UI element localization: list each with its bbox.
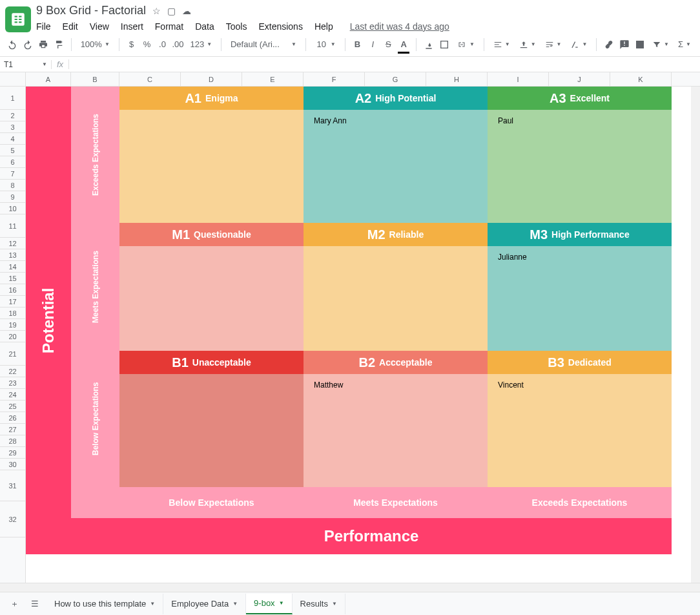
row-header[interactable]: 3 bbox=[0, 121, 25, 133]
currency-icon[interactable]: $ bbox=[126, 37, 138, 52]
box-body-b2[interactable]: Matthew bbox=[304, 374, 488, 487]
paint-format-icon[interactable] bbox=[53, 37, 65, 52]
box-body-a3[interactable]: Paul bbox=[488, 110, 672, 223]
row-header[interactable]: 9 bbox=[0, 191, 25, 203]
row-header[interactable]: 30 bbox=[0, 459, 25, 470]
wrap-icon[interactable]: ▼ bbox=[542, 40, 564, 49]
print-icon[interactable] bbox=[37, 37, 49, 52]
last-edit-link[interactable]: Last edit was 4 days ago bbox=[350, 21, 449, 32]
column-header[interactable]: D bbox=[181, 72, 242, 86]
menu-insert[interactable]: Insert bbox=[121, 21, 143, 32]
column-header[interactable]: K bbox=[610, 72, 672, 86]
row-header[interactable]: 15 bbox=[0, 273, 25, 284]
column-header[interactable]: J bbox=[549, 72, 610, 86]
row-header[interactable]: 1 bbox=[0, 87, 25, 110]
box-body-b1[interactable] bbox=[119, 374, 304, 487]
row-header[interactable]: 5 bbox=[0, 145, 25, 156]
box-body-a2[interactable]: Mary Ann bbox=[304, 110, 488, 223]
row-header[interactable]: 25 bbox=[0, 401, 25, 412]
h-align-icon[interactable]: ▼ bbox=[491, 40, 513, 49]
row-header[interactable]: 6 bbox=[0, 156, 25, 168]
menu-extensions[interactable]: Extensions bbox=[258, 21, 302, 32]
menu-tools[interactable]: Tools bbox=[226, 21, 247, 32]
strikethrough-icon[interactable]: S bbox=[382, 37, 394, 52]
rotate-icon[interactable]: ▼ bbox=[568, 40, 590, 49]
cloud-icon[interactable]: ☁ bbox=[182, 6, 191, 16]
column-header[interactable]: I bbox=[488, 72, 549, 86]
sheets-app-icon[interactable] bbox=[5, 6, 31, 32]
row-headers[interactable]: 1234567891011121314151617181920212223242… bbox=[0, 87, 26, 583]
row-header[interactable]: 23 bbox=[0, 377, 25, 389]
chart-icon[interactable] bbox=[634, 37, 646, 52]
row-header[interactable]: 21 bbox=[0, 342, 25, 366]
row-header[interactable]: 19 bbox=[0, 319, 25, 331]
menu-edit[interactable]: Edit bbox=[63, 21, 78, 32]
column-header[interactable]: F bbox=[304, 72, 365, 86]
row-header[interactable]: 26 bbox=[0, 412, 25, 424]
column-headers[interactable]: ABCDEFGHIJK bbox=[0, 72, 700, 87]
menu-help[interactable]: Help bbox=[314, 21, 333, 32]
box-body-a1[interactable] bbox=[119, 110, 304, 223]
merge-cells-icon[interactable]: ▼ bbox=[454, 41, 477, 48]
row-header[interactable]: 12 bbox=[0, 238, 25, 249]
star-icon[interactable]: ☆ bbox=[152, 6, 161, 16]
horizontal-scrollbar[interactable] bbox=[0, 583, 700, 592]
font-size-select[interactable]: 10▼ bbox=[313, 39, 338, 49]
zoom-select[interactable]: 100%▼ bbox=[78, 39, 112, 49]
menu-view[interactable]: View bbox=[90, 21, 109, 32]
v-align-icon[interactable]: ▼ bbox=[517, 40, 539, 49]
italic-icon[interactable]: I bbox=[367, 37, 378, 52]
sheet-tab[interactable]: How to use this template▼ bbox=[46, 594, 163, 614]
spreadsheet-grid[interactable]: PotentialExceeds ExpectationsA1 EnigmaA2… bbox=[26, 87, 700, 583]
menu-format[interactable]: Format bbox=[155, 21, 183, 32]
increase-decimal-icon[interactable]: .00 bbox=[172, 37, 183, 52]
vertical-scrollbar[interactable] bbox=[691, 87, 700, 583]
undo-icon[interactable] bbox=[6, 37, 18, 52]
row-header[interactable]: 7 bbox=[0, 168, 25, 180]
row-header[interactable]: 14 bbox=[0, 261, 25, 273]
sheet-tab[interactable]: Employee Data▼ bbox=[163, 594, 246, 614]
row-header[interactable]: 8 bbox=[0, 180, 25, 191]
row-header[interactable]: 28 bbox=[0, 435, 25, 447]
row-header[interactable]: 13 bbox=[0, 249, 25, 261]
sheet-tab[interactable]: Results▼ bbox=[293, 594, 345, 614]
percent-icon[interactable]: % bbox=[141, 37, 153, 52]
font-family-select[interactable]: Default (Ari...▼ bbox=[228, 39, 299, 49]
text-color-icon[interactable]: A bbox=[398, 37, 409, 52]
menu-file[interactable]: File bbox=[36, 21, 51, 32]
redo-icon[interactable] bbox=[22, 37, 34, 52]
column-header[interactable]: C bbox=[119, 72, 181, 86]
row-header[interactable]: 18 bbox=[0, 308, 25, 319]
filter-icon[interactable]: ▼ bbox=[650, 40, 672, 49]
row-header[interactable]: 32 bbox=[0, 501, 25, 537]
link-icon[interactable] bbox=[603, 37, 615, 52]
comment-icon[interactable] bbox=[619, 37, 630, 52]
select-all-corner[interactable] bbox=[0, 72, 26, 86]
bold-icon[interactable]: B bbox=[351, 37, 363, 52]
row-header[interactable]: 27 bbox=[0, 424, 25, 435]
column-header[interactable]: H bbox=[426, 72, 488, 86]
sheet-tab[interactable]: 9-box▼ bbox=[246, 594, 292, 614]
all-sheets-icon[interactable]: ☰ bbox=[26, 595, 44, 613]
menu-data[interactable]: Data bbox=[195, 21, 214, 32]
row-header[interactable]: 20 bbox=[0, 331, 25, 342]
decrease-decimal-icon[interactable]: .0 bbox=[157, 37, 169, 52]
row-header[interactable]: 4 bbox=[0, 133, 25, 145]
column-header[interactable]: E bbox=[242, 72, 304, 86]
box-body-m3[interactable]: Julianne bbox=[488, 246, 672, 351]
row-header[interactable]: 16 bbox=[0, 284, 25, 296]
document-title[interactable]: 9 Box Grid - Factorial bbox=[36, 4, 146, 17]
row-header[interactable]: 31 bbox=[0, 470, 25, 501]
add-sheet-icon[interactable]: ＋ bbox=[5, 595, 23, 613]
row-header[interactable]: 29 bbox=[0, 447, 25, 459]
column-header[interactable]: B bbox=[71, 72, 119, 86]
column-header[interactable]: G bbox=[365, 72, 426, 86]
row-header[interactable]: 22 bbox=[0, 366, 25, 377]
borders-icon[interactable] bbox=[438, 37, 450, 52]
row-header[interactable]: 24 bbox=[0, 389, 25, 401]
row-header[interactable]: 2 bbox=[0, 110, 25, 121]
row-header[interactable]: 17 bbox=[0, 296, 25, 308]
column-header[interactable]: A bbox=[26, 72, 71, 86]
functions-icon[interactable]: Σ▼ bbox=[675, 39, 694, 49]
row-header[interactable]: 11 bbox=[0, 214, 25, 238]
